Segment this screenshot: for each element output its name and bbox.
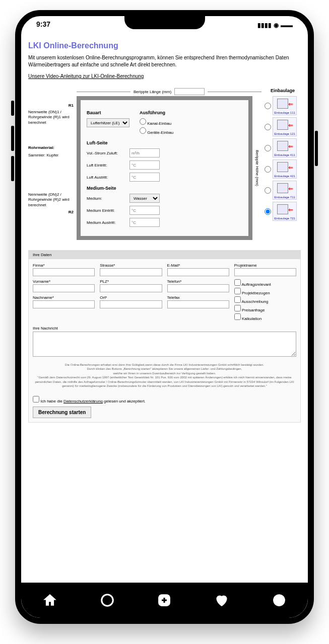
ausf-opt1[interactable]: Kanal-Einbau [140, 118, 173, 126]
signal-icon: ▮▮▮▮ [257, 22, 272, 29]
einbau-option[interactable]: Einbaulage 711 [265, 181, 301, 200]
strasse-label: Strasse* [100, 263, 162, 268]
email-input[interactable] [167, 268, 229, 276]
telefax-input[interactable] [167, 300, 229, 308]
telefon-label: Telefon* [167, 279, 229, 284]
einbau-tile: Einbaulage 121 [273, 117, 297, 136]
height-dim: Berippte Höhe (mm) [252, 96, 261, 240]
einbau-tile: Einbaulage 721 [273, 202, 297, 221]
vorname-label: Vorname* [33, 279, 95, 284]
plus-icon[interactable] [157, 593, 172, 608]
wifi-icon: ◉ [274, 22, 279, 29]
bottom-nav [21, 583, 308, 618]
nachname-label: Nachname* [33, 295, 95, 300]
medium-aus-input[interactable] [129, 218, 160, 227]
ort-input[interactable] [100, 300, 162, 308]
vol-label: Vol.-Strom Zuluft: [87, 151, 129, 155]
status-time: 9:37 [36, 20, 50, 30]
einbau-title: Einbaulage [265, 88, 301, 93]
firma-label: Firma* [33, 263, 95, 268]
nachname-input[interactable] [33, 300, 95, 308]
intro-text: Mit unserem kostenlosen Online-Berechnun… [28, 54, 301, 68]
einbau-option[interactable]: Einbaulage 121 [265, 117, 301, 136]
left-labels: R1 Nennweite (DN)1 / Rohrgewinde (R)1 wi… [28, 88, 74, 240]
video-tutorial-link[interactable]: Unsere Video-Anleitung zur LKI-Online-Be… [28, 73, 301, 79]
luft-aus-label: Luft Austritt: [87, 175, 129, 180]
calc-frame: Bauart Lufterhitzer (LE) Ausführung Kana… [77, 96, 252, 240]
check-projekt[interactable]: Projektbezogen [234, 288, 296, 295]
vorname-input[interactable] [33, 284, 95, 292]
screen-content: LKI Online-Berechnung Mit unserem kosten… [21, 36, 308, 583]
medium-aus-label: Medium Austritt: [87, 220, 129, 225]
phone-notch [124, 16, 205, 29]
luft-ein-label: Luft Eintritt: [87, 163, 129, 168]
svg-point-2 [274, 595, 285, 606]
page-title: LKI Online-Berechnung [28, 41, 301, 50]
einbau-tile: Einbaulage 411 [273, 138, 297, 157]
medium-label: Medium: [87, 196, 129, 201]
submit-button[interactable]: Berechnung starten [33, 407, 91, 418]
battery-icon: ▬▬ [281, 22, 293, 29]
medium-heading: Medium-Seite [87, 186, 242, 191]
vol-input[interactable] [129, 148, 160, 157]
svg-point-0 [101, 595, 113, 606]
ausfuehrung-heading: Ausführung [140, 110, 173, 115]
phone-frame: 9:37 ▮▮▮▮ ◉ ▬▬ LKI Online-Berechnung Mit… [15, 10, 314, 624]
nw1-label: Nennweite (DN)1 / Rohrgewinde (R)1 wird … [28, 110, 74, 125]
medium-select[interactable]: Wasser [129, 194, 160, 203]
telefax-label: Telefax [167, 295, 229, 300]
einbau-tile: Einbaulage 711 [273, 181, 297, 200]
bauart-select[interactable]: Lufterhitzer (LE) [87, 118, 129, 127]
nw2-label: Nennweite (DN)2 / Rohrgewinde (R)2 wird … [28, 192, 74, 208]
medium-ein-input[interactable] [129, 206, 160, 215]
rohrmaterial-heading: Rohrmaterial: [28, 145, 74, 150]
privacy-checkbox[interactable]: Ich habe die Datenschutzerklärung gelese… [33, 399, 146, 404]
firma-input[interactable] [33, 268, 95, 276]
phone-mute-switch [11, 101, 14, 116]
einbau-option[interactable]: Einbaulage 111 [265, 96, 301, 115]
luft-heading: Luft-Seite [87, 140, 242, 145]
plz-label: PLZ* [100, 279, 162, 284]
ausf-opt2[interactable]: Geräte-Einbau [140, 127, 173, 135]
check-preis[interactable]: Preisanfrage [234, 305, 296, 312]
telefon-input[interactable] [167, 284, 229, 292]
r1-tag: R1 [28, 103, 74, 108]
ort-label: Ort* [100, 295, 162, 300]
home-icon[interactable] [42, 593, 57, 608]
circle-icon[interactable] [100, 593, 115, 608]
phone-volume-down [11, 156, 14, 181]
luft-ein-input[interactable] [129, 160, 160, 170]
einbau-tile: Einbaulage 111 [273, 96, 297, 115]
plz-input[interactable] [100, 284, 162, 292]
length-dim-label: Berippte Länge (mm) [134, 90, 171, 94]
email-label: E-Mail* [167, 263, 229, 268]
check-auftrag[interactable]: Auftragsrelevant [234, 279, 296, 287]
r2-tag: R2 [28, 210, 74, 214]
userdata-header: Ihre Daten [29, 251, 300, 259]
legal-text: Die Online-Berechnungen erhalten erst da… [33, 358, 296, 393]
phone-volume-up [11, 126, 14, 151]
profile-icon[interactable] [272, 593, 287, 608]
medium-ein-label: Medium Eintritt: [87, 208, 129, 213]
length-input[interactable] [174, 88, 205, 95]
check-kalkulation[interactable]: Kalkulation [234, 313, 296, 321]
einbau-option[interactable]: Einbaulage 721 [265, 202, 301, 221]
msg-textarea[interactable] [33, 332, 296, 357]
luft-aus-input[interactable] [129, 173, 160, 182]
phone-power-button [315, 131, 318, 166]
einbau-option[interactable]: Einbaulage 421 [265, 159, 301, 179]
bauart-heading: Bauart [87, 110, 129, 115]
strasse-input[interactable] [100, 268, 162, 276]
check-ausschreibung[interactable]: Ausschreibung [234, 296, 296, 304]
einbau-tile: Einbaulage 421 [273, 159, 297, 179]
projekt-input[interactable] [234, 268, 296, 276]
projekt-label: Projektname [234, 263, 296, 268]
einbau-option[interactable]: Einbaulage 411 [265, 138, 301, 157]
msg-label: Ihre Nachricht [33, 326, 296, 331]
heart-icon[interactable] [214, 593, 229, 608]
rohrmaterial-value: Sammler: Kupfer [28, 153, 74, 158]
